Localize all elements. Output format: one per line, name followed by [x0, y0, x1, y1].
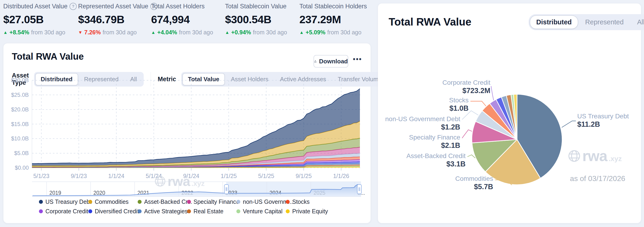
pie-label-connector-asset-backed-credit	[468, 155, 475, 158]
up-triangle-icon: ▲	[151, 30, 156, 35]
legend-dot	[286, 200, 290, 204]
minimap-year-label: 2019	[49, 190, 61, 196]
legend-item-commodities[interactable]: Commodities	[88, 197, 138, 206]
legend-dot	[187, 200, 191, 204]
stat-total-stablecoin-value: Total Stablecoin Value $300.54B ▲+0.94%f…	[225, 3, 287, 36]
legend-label: US Treasury Debt	[46, 198, 92, 205]
y-axis-label: $10.0B	[11, 135, 29, 142]
legend-dot	[138, 200, 142, 204]
as-of-date: as of 03/17/2026	[570, 174, 625, 183]
x-axis-label: 1/1/25	[220, 173, 237, 179]
legend-item-venture-capital[interactable]: Venture Capital	[236, 207, 286, 216]
pie-label-name-specialty-finance: Specialty Finance	[409, 134, 460, 141]
pie-label-name-us-treasury-debt: US Treasury Debt	[577, 113, 629, 120]
stat-delta: +4.04%	[157, 29, 177, 36]
pie-label-name-stocks: Stocks	[449, 97, 468, 104]
stat-delta: 7.26%	[84, 29, 101, 36]
legend-dot	[236, 209, 240, 213]
x-axis-label: 9/1/24	[183, 173, 200, 179]
stat-distributed-asset-value: Distributed Asset Value? $27.05B ▲+8.54%…	[3, 3, 77, 36]
legend-label: Specialty Finance	[194, 198, 239, 205]
info-icon[interactable]: ?	[70, 3, 77, 10]
stat-period: from 30d ago	[327, 29, 361, 36]
x-axis-label: 5/1/23	[33, 173, 50, 179]
legend-label: Active Strategies	[144, 208, 188, 215]
legend-item-asset-backed-cr[interactable]: Asset-Backed Cr...	[138, 197, 187, 206]
pie-label-value-specialty-finance: $2.1B	[441, 141, 460, 149]
brush-handle-left[interactable]	[224, 184, 228, 194]
y-axis-label: $0.00	[15, 165, 29, 171]
pie-label-connector-stocks	[470, 101, 486, 106]
down-triangle-icon: ▼	[78, 30, 82, 35]
stacked-area-chart[interactable]: $30.0B$25.0B$20.0B$15.0B$10.0B$5.0B$0.00…	[4, 43, 370, 223]
y-axis-label: $30.0B	[11, 77, 29, 83]
stat-label: Distributed Asset Value?	[3, 3, 77, 10]
stat-period: from 30d ago	[103, 29, 137, 36]
pie-label-connector-corporate-credit	[491, 86, 494, 100]
stat-total-stablecoin-holders: Total Stablecoin Holders 237.29M ▲+5.09%…	[300, 3, 367, 36]
legend-label: non-US Governm...	[243, 198, 293, 205]
minimap-year-label: 2020	[94, 190, 105, 196]
legend-item-active-strategies[interactable]: Active Strategies	[138, 207, 187, 216]
pie-label-value-asset-backed-credit: $3.1B	[446, 160, 466, 168]
legend-item-diversified-credit[interactable]: Diversified Credit	[88, 207, 138, 216]
up-triangle-icon: ▲	[3, 30, 8, 35]
legend-item-non-us-governm[interactable]: non-US Governm...	[236, 197, 286, 206]
legend-dot	[88, 200, 92, 204]
y-axis-label: $5.0B	[14, 150, 29, 156]
pie-label-value-commodities: $5.7B	[474, 183, 493, 191]
pie-label-name-asset-backed-credit: Asset-Backed Credit	[406, 152, 466, 159]
legend-dot	[88, 209, 92, 213]
stat-label: Total Stablecoin Value	[225, 3, 287, 10]
legend-dot	[138, 209, 142, 213]
y-axis-label: $25.0B	[11, 92, 29, 98]
stat-delta: +5.09%	[306, 29, 326, 36]
brush-handle-right[interactable]	[357, 184, 362, 194]
up-triangle-icon: ▲	[225, 30, 230, 35]
stat-period: from 30d ago	[179, 29, 213, 36]
legend-dot	[39, 209, 43, 213]
stat-delta: +0.94%	[231, 29, 251, 36]
pie-label-value-non-us-government-debt: $1.2B	[441, 123, 460, 131]
legend-label: Diversified Credit	[95, 208, 139, 215]
legend-item-specialty-finance[interactable]: Specialty Finance	[187, 197, 236, 206]
pie-label-name-commodities: Commodities	[455, 175, 493, 182]
stat-delta: +8.54%	[10, 29, 30, 36]
stat-label: Total Asset Holders	[151, 3, 213, 10]
x-axis-label: 9/1/25	[296, 173, 312, 179]
y-axis-label: $20.0B	[11, 106, 29, 113]
up-triangle-icon: ▲	[300, 30, 304, 35]
legend-label: Corporate Credit	[46, 208, 88, 215]
chart-legend: US Treasury DebtCommoditiesAsset-Backed …	[4, 197, 370, 216]
legend-item-real-estate[interactable]: Real Estate	[187, 207, 236, 216]
x-axis-label: 5/1/24	[146, 173, 162, 179]
pie-label-name-corporate-credit: Corporate Credit	[442, 79, 490, 86]
stat-represented-asset-value: Represented Asset Value? $346.79B ▼7.26%…	[78, 3, 158, 36]
stat-period: from 30d ago	[31, 29, 65, 36]
stat-value: $27.05B	[3, 13, 77, 26]
legend-dot	[39, 200, 43, 204]
legend-item-corporate-credit[interactable]: Corporate Credit	[39, 207, 88, 216]
legend-item-stocks[interactable]: Stocks	[286, 197, 335, 206]
legend-label: Venture Capital	[243, 208, 282, 215]
x-axis-label: 5/1/25	[258, 173, 274, 179]
stat-value: 674,994	[151, 13, 213, 26]
legend-label: Asset-Backed Cr...	[144, 198, 192, 205]
stat-label: Total Stablecoin Holders	[300, 3, 367, 10]
pie-label-connector-specialty-finance	[462, 130, 472, 138]
legend-label: Private Equity	[292, 208, 328, 215]
rwa-value-chart-card: Total RWA Value Download ••• Asset Type …	[3, 43, 371, 223]
legend-item-private-equity[interactable]: Private Equity	[286, 207, 335, 216]
stat-label: Represented Asset Value?	[78, 3, 158, 10]
legend-label: Real Estate	[194, 208, 224, 215]
pie-label-connector-us-treasury-debt	[562, 121, 576, 127]
legend-dot	[187, 209, 191, 213]
stat-period: from 30d ago	[253, 29, 287, 36]
legend-item-us-treasury-debt[interactable]: US Treasury Debt	[39, 197, 88, 206]
rwa-pie-chart: US Treasury Debt$11.2BCommodities$5.7BAs…	[378, 4, 641, 223]
x-axis-label: 1/1/26	[333, 173, 349, 179]
pie-label-value-us-treasury-debt: $11.2B	[577, 120, 600, 128]
y-axis-label: $15.0B	[11, 121, 29, 127]
stat-value: $300.54B	[225, 13, 287, 26]
pie-label-value-corporate-credit: $723.2M	[462, 87, 490, 95]
